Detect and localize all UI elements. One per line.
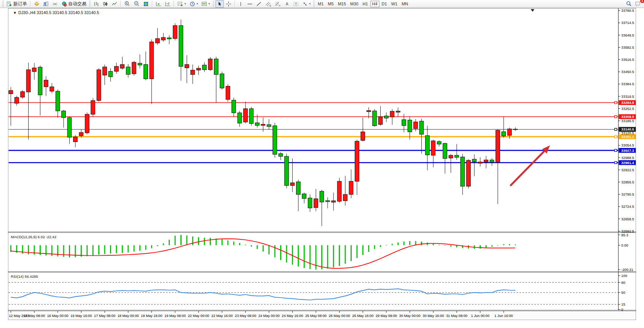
time-axis-label: 30 May 16:00 bbox=[422, 314, 444, 318]
dropdown-caret-icon: ▾ bbox=[185, 2, 186, 5]
candlestick bbox=[167, 38, 171, 39]
level-line-handle[interactable] bbox=[615, 102, 617, 104]
macd-histogram-bar bbox=[145, 245, 146, 250]
cursor-icon bbox=[217, 1, 222, 7]
search-button[interactable] bbox=[624, 0, 633, 8]
time-axis-label: 15 May 08:00 bbox=[24, 314, 45, 318]
text-tool-button[interactable]: A bbox=[283, 0, 291, 8]
time-axis-label: 29 May 08:00 bbox=[376, 314, 397, 318]
macd-histogram-bar bbox=[180, 235, 182, 245]
macd-histogram-bar bbox=[239, 243, 240, 245]
templates-button[interactable]: ▾ bbox=[200, 0, 212, 8]
macd-histogram-bar bbox=[204, 238, 205, 245]
rsi-axis-label: 100 bbox=[621, 274, 627, 278]
candlestick bbox=[302, 194, 306, 199]
candlestick bbox=[279, 154, 283, 156]
candlestick bbox=[390, 111, 394, 117]
candlestick bbox=[21, 92, 25, 97]
indicators-button[interactable]: ▾ bbox=[176, 0, 188, 8]
fibonacci-button[interactable]: F bbox=[273, 0, 282, 8]
zoom-out-button[interactable] bbox=[132, 0, 141, 8]
autotrading-button[interactable]: 自动交易 bbox=[60, 0, 88, 8]
price-axis-label: 33648.5 bbox=[621, 33, 634, 37]
candlestick bbox=[496, 130, 500, 162]
periods-button[interactable]: ▾ bbox=[188, 0, 200, 8]
timeframe-M5[interactable]: M5 bbox=[326, 1, 335, 7]
time-axis-label: 26 May 16:00 bbox=[352, 314, 373, 318]
line-chart-button[interactable] bbox=[110, 0, 119, 8]
time-axis-label: 16 May 00:00 bbox=[47, 314, 69, 318]
timeframe-D1[interactable]: D1 bbox=[380, 1, 389, 7]
macd-histogram-bar bbox=[92, 245, 94, 255]
macd-histogram-bar bbox=[339, 245, 340, 266]
candlestick bbox=[308, 198, 312, 208]
horizontal-line-button[interactable] bbox=[245, 0, 254, 8]
bar-chart-button[interactable] bbox=[92, 0, 100, 8]
candlestick bbox=[62, 111, 66, 118]
text-tool-icon: A bbox=[284, 1, 290, 7]
data-window-button[interactable] bbox=[41, 0, 50, 8]
candlestick bbox=[32, 68, 37, 72]
signals-button[interactable] bbox=[51, 0, 59, 8]
candlestick bbox=[232, 100, 236, 113]
candlestick-chart-button[interactable] bbox=[101, 0, 110, 8]
candlestick bbox=[285, 156, 289, 186]
new-order-button[interactable]: 新订单 bbox=[5, 0, 29, 8]
macd-histogram-bar bbox=[151, 245, 152, 248]
toolbar-separator bbox=[120, 1, 121, 7]
auto-scroll-button[interactable] bbox=[154, 0, 163, 8]
timeframe-MN[interactable]: MN bbox=[400, 1, 410, 7]
candlestick bbox=[478, 162, 482, 163]
macd-histogram-bar bbox=[486, 245, 487, 248]
crosshair-button[interactable] bbox=[224, 0, 233, 8]
time-axis-label: 26 May 00:00 bbox=[329, 314, 350, 318]
signals-icon bbox=[52, 1, 58, 7]
trendline-button[interactable] bbox=[255, 0, 263, 8]
timeframe-M15[interactable]: M15 bbox=[336, 1, 348, 7]
text-label-button[interactable]: T bbox=[292, 0, 300, 8]
level-line-handle[interactable] bbox=[615, 149, 617, 151]
trendline-icon bbox=[256, 1, 262, 7]
macd-histogram-bar bbox=[509, 244, 510, 245]
arrows-tool-button[interactable]: ▾ bbox=[301, 0, 312, 8]
vertical-line-button[interactable] bbox=[237, 0, 245, 8]
candlestick bbox=[26, 70, 30, 92]
template-icon bbox=[201, 1, 207, 7]
level-line-handle[interactable] bbox=[615, 161, 617, 164]
line-chart-icon bbox=[112, 1, 117, 7]
price-axis-label: 32658.5 bbox=[621, 217, 634, 221]
macd-axis-label: -200.21 bbox=[621, 268, 633, 272]
macd-histogram-bar bbox=[304, 245, 305, 268]
chart-shift-icon bbox=[165, 1, 171, 7]
macd-histogram-bar bbox=[403, 242, 405, 245]
macd-histogram-bar bbox=[333, 245, 334, 267]
macd-histogram-bar bbox=[128, 245, 129, 252]
time-axis-label: 24 May 16:00 bbox=[282, 314, 303, 318]
macd-histogram-bar bbox=[110, 245, 111, 253]
macd-histogram-bar bbox=[397, 242, 399, 245]
time-axis-label: 24 May 00:00 bbox=[258, 314, 280, 318]
equidistant-channel-button[interactable]: E bbox=[264, 0, 273, 8]
zoom-in-button[interactable] bbox=[123, 0, 132, 8]
price-axis-label: 33582.5 bbox=[621, 46, 634, 49]
candlestick bbox=[378, 117, 383, 124]
tile-windows-button[interactable] bbox=[142, 0, 150, 8]
market-watch-button[interactable] bbox=[32, 0, 41, 8]
candlestick bbox=[79, 132, 83, 136]
timeframe-W1[interactable]: W1 bbox=[389, 1, 400, 7]
macd-histogram-bar bbox=[198, 237, 199, 245]
level-line-handle[interactable] bbox=[615, 128, 617, 131]
chart-shift-button[interactable] bbox=[163, 0, 172, 8]
timeframe-M1[interactable]: M1 bbox=[316, 1, 325, 7]
candlestick bbox=[361, 132, 365, 140]
candlestick bbox=[144, 65, 148, 79]
level-line-handle[interactable] bbox=[615, 116, 617, 118]
chart-dropdown-icon[interactable]: ▼ bbox=[13, 11, 17, 15]
cursor-button[interactable] bbox=[215, 0, 224, 8]
macd-histogram-bar bbox=[210, 238, 211, 245]
level-line-handle[interactable] bbox=[615, 135, 617, 138]
timeframe-H4[interactable]: H4 bbox=[370, 1, 379, 7]
timeframe-M30[interactable]: M30 bbox=[348, 1, 360, 7]
candlestick bbox=[9, 91, 13, 94]
timeframe-H1[interactable]: H1 bbox=[360, 1, 370, 7]
